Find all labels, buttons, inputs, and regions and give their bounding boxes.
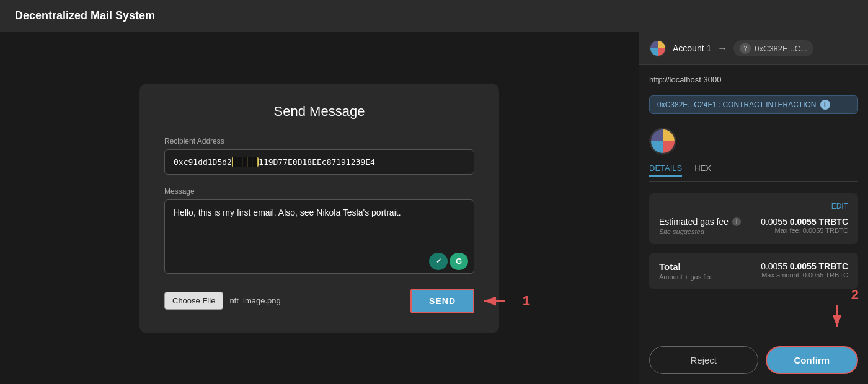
grammarly-icons: ✓ G [429, 253, 468, 270]
mm-section-header: EDIT [659, 202, 848, 211]
mm-total-value: 0.0055 0.0055 TRBTC [761, 261, 848, 271]
recipient-address-display: 0xc91dd1D5d2█████119D77E0D18EEc87191239E… [164, 149, 474, 175]
main-content: Send Message Recipient Address 0xc91dd1D… [0, 32, 868, 384]
mm-contract-badge: 0xC382E...C24F1 : CONTRACT INTERACTION i [649, 95, 858, 114]
mm-url-display: http://localhost:3000 [649, 75, 858, 84]
card-title: Send Message [164, 103, 474, 120]
mm-header: Account 1 → ? 0xC382E...C... [639, 32, 868, 65]
textarea-wrapper: ✓ G [164, 199, 474, 276]
left-panel: Send Message Recipient Address 0xc91dd1D… [0, 32, 639, 384]
message-label: Message [164, 187, 474, 196]
mm-contract-info-icon: i [820, 100, 830, 110]
choose-file-button[interactable]: Choose File [164, 292, 223, 310]
annotation-number-1: 1 [523, 293, 530, 309]
reject-button[interactable]: Reject [649, 346, 758, 374]
mm-gas-amount: 0.0055 0.0055 TRBTC Max fee: 0.0055 TRBT… [761, 217, 848, 234]
mm-total-title: Total [659, 261, 713, 272]
mm-footer: Reject Confirm 2 [639, 336, 868, 384]
recipient-suffix: 119D77E0D18EEc87191239E4 [259, 157, 375, 167]
mm-total-section: Total Amount + gas fee 0.0055 0.0055 TRB… [649, 253, 858, 289]
mm-account-icon [649, 40, 666, 57]
tab-hex[interactable]: HEX [694, 164, 711, 177]
annotation-arrow-1 [480, 292, 512, 310]
recipient-highlight: █████ [232, 157, 259, 167]
mm-gas-label: Estimated gas fee i Site suggested [659, 217, 741, 235]
mm-address-badge: ? 0xC382E...C... [733, 40, 813, 56]
mm-total-row: Total Amount + gas fee 0.0055 0.0055 TRB… [659, 261, 848, 281]
mm-gas-max: Max fee: 0.0055 TRBTC [761, 227, 848, 234]
mm-address-text: 0xC382E...C... [755, 44, 807, 53]
header-bar: Decentralized Mail System [0, 0, 868, 32]
mm-gas-value: 0.0055 0.0055 TRBTC [761, 217, 848, 227]
message-input[interactable] [164, 199, 474, 274]
file-send-row: Choose File nft_image.png SEND 1 [164, 289, 474, 313]
recipient-field-group: Recipient Address 0xc91dd1D5d2█████119D7… [164, 137, 474, 175]
mm-question-icon: ? [740, 43, 751, 54]
mm-edit-link[interactable]: EDIT [831, 202, 848, 211]
send-button[interactable]: SEND [410, 289, 474, 313]
mm-gas-row: Estimated gas fee i Site suggested 0.005… [659, 217, 848, 235]
mm-gas-subtitle: Site suggested [659, 228, 741, 235]
mm-body: http://localhost:3000 0xC382E...C24F1 : … [639, 65, 868, 336]
recipient-prefix: 0xc91dd1D5d2 [174, 157, 232, 167]
mm-tabs: DETAILS HEX [649, 164, 858, 182]
mm-account-name: Account 1 [673, 43, 711, 53]
file-name-display: nft_image.png [229, 296, 280, 305]
grammarly-icon-2: G [450, 253, 468, 270]
mm-arrow-icon: → [717, 43, 727, 54]
mm-total-max: Max amount: 0.0055 TRBTC [761, 271, 848, 279]
metamask-panel: Account 1 → ? 0xC382E...C... http://loca… [639, 32, 868, 384]
mm-gas-title: Estimated gas fee i [659, 217, 741, 227]
tab-details[interactable]: DETAILS [649, 164, 682, 177]
mm-contract-label: 0xC382E...C24F1 : CONTRACT INTERACTION [657, 100, 817, 109]
app-title: Decentralized Mail System [15, 9, 155, 22]
recipient-label: Recipient Address [164, 137, 474, 146]
annotation-number-2: 2 [851, 287, 859, 303]
mm-total-subtitle: Amount + gas fee [659, 273, 713, 281]
file-input-area: Choose File nft_image.png [164, 292, 281, 310]
mm-avatar-large [649, 128, 676, 155]
mm-gas-info-icon: i [732, 217, 741, 226]
send-message-card: Send Message Recipient Address 0xc91dd1D… [140, 84, 499, 333]
mm-total-amount: 0.0055 0.0055 TRBTC Max amount: 0.0055 T… [761, 261, 848, 279]
grammarly-icon-1: ✓ [429, 253, 448, 270]
mm-total-label: Total Amount + gas fee [659, 261, 713, 281]
mm-gas-section: EDIT Estimated gas fee i Site suggested … [649, 193, 858, 244]
message-field-group: Message ✓ G [164, 187, 474, 276]
confirm-button[interactable]: Confirm [766, 346, 859, 374]
